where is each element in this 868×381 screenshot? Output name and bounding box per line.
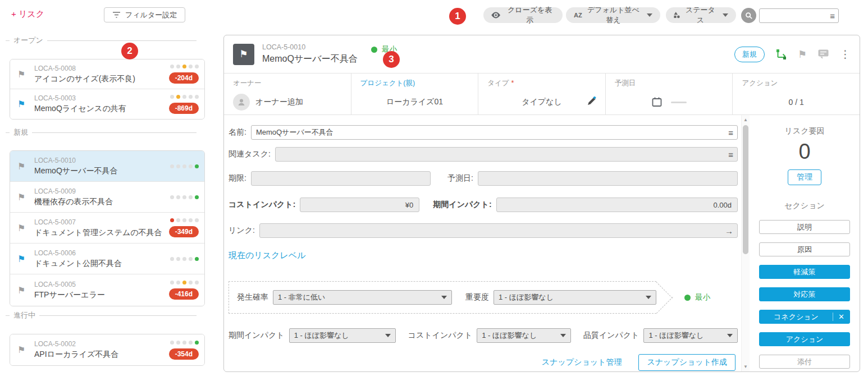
- project-value: ローカライズ01: [360, 91, 469, 113]
- risk-card[interactable]: ⚑ LOCA-5-0003 MemoQライセンスの共有 -869d: [10, 89, 204, 119]
- search-input[interactable]: [763, 12, 830, 20]
- status-dropdown[interactable]: ステータス: [666, 7, 736, 23]
- risk-card[interactable]: ⚑ LOCA-5-0009 機種依存の表示不具合: [10, 182, 204, 213]
- close-icon[interactable]: ✕: [833, 313, 849, 321]
- level-label: 最小: [695, 292, 710, 302]
- related-task-input[interactable]: [275, 147, 738, 162]
- show-closed-button[interactable]: クローズを表示: [483, 7, 563, 23]
- group-title: 進行中: [13, 310, 35, 320]
- overdue-badge: -869d: [169, 103, 199, 114]
- risk-level-dots: [170, 95, 199, 99]
- chevron-down-icon: [723, 13, 728, 17]
- level-dot: [170, 195, 174, 199]
- expand-handle-icon[interactable]: ≡: [728, 128, 733, 137]
- risk-card-selected[interactable]: ⚑ LOCA-5-0010 MemoQサーバー不具合: [10, 151, 204, 182]
- risk-card[interactable]: ⚑ LOCA-5-0002 APIローカライズ不具合 -354d: [10, 334, 204, 365]
- chevron-down-icon: [647, 13, 652, 17]
- status-label: ステータス: [685, 5, 716, 25]
- level-dot: [189, 341, 193, 345]
- level-dot: [195, 195, 199, 199]
- vertical-scrollbar[interactable]: ▲ ▼: [741, 115, 750, 371]
- risk-card[interactable]: ⚑ LOCA-5-0008 アイコンのサイズ(表示不良) -204d: [10, 59, 204, 89]
- forecast-date-field[interactable]: 予測日: [606, 74, 733, 114]
- flag-icon[interactable]: ⚑: [798, 48, 807, 61]
- section-button-description[interactable]: 説明: [759, 220, 850, 234]
- section-button-action[interactable]: アクション: [759, 332, 850, 346]
- section-label: セクション: [784, 201, 825, 211]
- snapshot-create-button[interactable]: スナップショット作成: [638, 354, 735, 371]
- open-link-icon[interactable]: →: [725, 226, 733, 236]
- level-dot: [195, 257, 199, 261]
- risk-card[interactable]: ⚑ LOCA-5-0007 ドキュメント管理システムの不具合 -349d: [10, 213, 204, 244]
- quality-impact-select-label: 品質インパクト: [583, 330, 639, 341]
- comment-icon[interactable]: [818, 49, 829, 59]
- cost-impact-select[interactable]: 1 - ほぼ影響なし: [477, 328, 571, 343]
- level-dot: [684, 295, 691, 301]
- more-menu-icon[interactable]: ⋮: [840, 48, 851, 61]
- expand-handle-icon[interactable]: ≡: [728, 150, 733, 159]
- duration-impact-select[interactable]: 1 - ほぼ影響なし: [289, 328, 396, 343]
- link-label: リンク:: [229, 226, 255, 236]
- level-dot: [176, 164, 180, 168]
- level-dot: [182, 164, 186, 168]
- section-button-attachment[interactable]: 添付: [759, 355, 850, 369]
- risk-factor-count: 0: [798, 140, 810, 164]
- owner-field[interactable]: オーナー オーナー追加: [224, 74, 351, 114]
- quality-impact-select[interactable]: 1 - ほぼ影響なし: [643, 328, 738, 343]
- level-dot: [182, 341, 186, 345]
- scroll-down-arrow[interactable]: ▼: [742, 364, 750, 369]
- probability-select[interactable]: 1 - 非常に低い: [273, 290, 452, 305]
- severity-select[interactable]: 1 - ほぼ影響なし: [494, 290, 656, 305]
- risk-level-dots: [170, 218, 199, 222]
- filter-settings-button[interactable]: フィルター設定: [104, 7, 185, 22]
- manage-button[interactable]: 管理: [788, 169, 821, 185]
- project-field[interactable]: プロジェクト(親) ローカライズ01: [351, 74, 479, 114]
- snapshot-manage-link[interactable]: スナップショット管理: [542, 357, 622, 368]
- risk-id: LOCA-5-0007: [34, 218, 162, 226]
- search-icon[interactable]: [741, 8, 756, 23]
- risk-type-icon: ⚑: [233, 44, 254, 65]
- current-risk-level-link[interactable]: 現在のリスクレベル: [229, 250, 738, 261]
- search-field[interactable]: ≡: [759, 8, 839, 23]
- duration-impact-input[interactable]: [496, 198, 738, 212]
- scroll-up-arrow[interactable]: ▲: [742, 117, 750, 122]
- group-header-inprogress: 進行中: [6, 310, 197, 320]
- action-field[interactable]: アクション 0 / 1: [733, 74, 860, 114]
- magnifier-glyph: [745, 12, 753, 20]
- calendar-icon[interactable]: [652, 97, 662, 107]
- probability-label: 発生確率: [237, 292, 268, 302]
- due-date-input[interactable]: [251, 171, 431, 186]
- level-dot: [170, 341, 174, 345]
- edit-pencil-icon[interactable]: [587, 97, 596, 105]
- forecast-date-input[interactable]: [478, 171, 738, 186]
- detail-risk-title: MemoQサーバー不具合: [262, 53, 358, 65]
- status-badge-button[interactable]: 新規: [734, 47, 765, 62]
- risk-card[interactable]: ⚑ LOCA-5-0005 FTPサーバーエラー -416d: [10, 274, 204, 306]
- risk-name: APIローカライズ不具合: [34, 350, 118, 360]
- cost-impact-input[interactable]: [300, 198, 419, 212]
- name-input[interactable]: [251, 125, 738, 140]
- level-dot: [170, 281, 174, 284]
- group-title: 新規: [13, 127, 28, 137]
- scrollbar-thumb[interactable]: [743, 125, 748, 254]
- search-menu-icon[interactable]: ≡: [830, 12, 835, 20]
- add-risk-button[interactable]: + リスク: [11, 9, 44, 20]
- type-field[interactable]: タイプ* タイプなし: [478, 74, 606, 114]
- sort-dropdown[interactable]: AZ デフォルト並べ替え: [566, 7, 660, 23]
- workflow-icon[interactable]: [776, 49, 787, 60]
- section-button-mitigation[interactable]: 軽減策: [759, 265, 850, 279]
- level-dot: [170, 164, 174, 168]
- risk-level-dots: [170, 281, 199, 284]
- risk-card[interactable]: ⚑ LOCA-5-0006 ドキュメント公開不具合: [10, 244, 204, 274]
- risk-id: LOCA-5-0003: [34, 94, 126, 102]
- sort-az-icon: AZ: [574, 12, 582, 19]
- owner-value: オーナー追加: [255, 97, 303, 107]
- link-input[interactable]: [259, 223, 738, 238]
- duration-impact-select-label: 期間インパクト: [229, 330, 285, 341]
- section-button-cause[interactable]: 原因: [759, 242, 850, 256]
- section-button-connection[interactable]: コネクション ✕: [759, 310, 850, 324]
- risk-id: LOCA-5-0002: [34, 340, 118, 348]
- app-root: + リスク フィルター設定 クローズを表示 AZ デフォルト並べ替え ステータス: [0, 0, 868, 381]
- risk-group-open: ⚑ LOCA-5-0008 アイコンのサイズ(表示不良) -204d ⚑ LOC…: [10, 59, 205, 120]
- section-button-response[interactable]: 対応策: [759, 287, 850, 301]
